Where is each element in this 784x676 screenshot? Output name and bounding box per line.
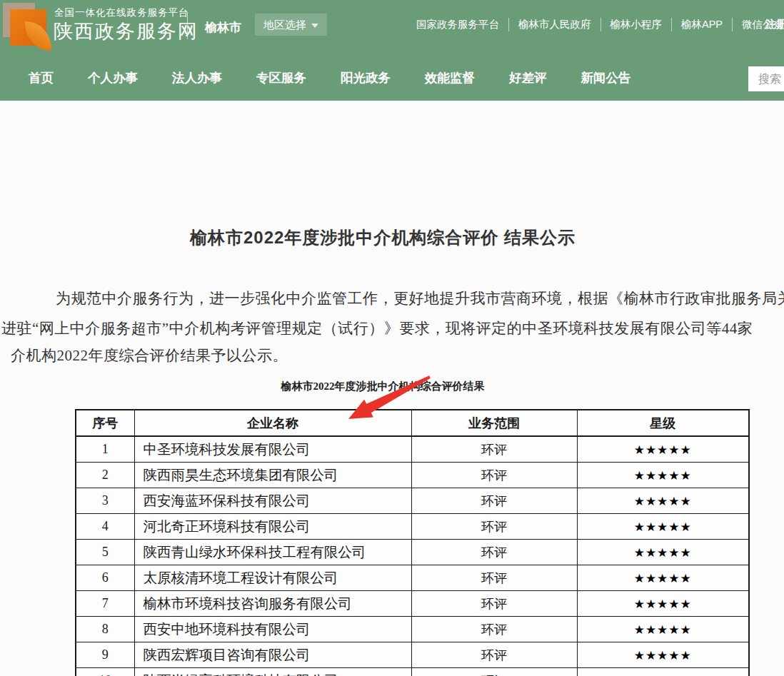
table-row: 5陕西青山绿水环保科技工程有限公司环评★★★★★ (76, 540, 749, 565)
nav-item[interactable]: 好差评 (509, 69, 547, 86)
company-name-cell: 中圣环境科技发展有限公司 (134, 436, 411, 463)
divider (187, 12, 188, 39)
star-rating-cell: ★★★★★ (577, 591, 749, 617)
star-rating-cell: ★★★★ (577, 668, 749, 676)
nav-item[interactable]: 新闻公告 (581, 69, 631, 86)
evaluation-table: 序号企业名称业务范围星级1中圣环境科技发展有限公司环评★★★★★2陕西雨昊生态环… (75, 409, 750, 676)
company-name-cell: 陕西尚绿高科环境科技有限公司 (134, 668, 411, 676)
row-number-cell: 6 (76, 565, 134, 591)
table-row: 8西安中地环境科技有限公司环评★★★★★ (76, 617, 749, 642)
company-name-cell: 陕西宏辉项目咨询有限公司 (134, 642, 411, 668)
business-scope-cell: 环评 (411, 514, 577, 540)
row-number-cell: 2 (76, 463, 134, 488)
paragraph-line: 进驻“网上中介服务超市”中介机构考评管理规定（试行）》要求，现将评定的中圣环境科… (1, 318, 753, 338)
company-name-cell: 陕西青山绿水环保科技工程有限公司 (134, 540, 411, 565)
business-scope-cell: 环评 (411, 668, 577, 676)
leaf-icon (25, 21, 51, 51)
chevron-down-icon (311, 24, 318, 28)
table-row: 7榆林市环境科技咨询服务有限公司环评★★★★★ (76, 591, 749, 617)
nav-item[interactable]: 首页 (29, 69, 54, 86)
company-name-cell: 太原核清环境工程设计有限公司 (134, 565, 411, 591)
row-number-cell: 7 (76, 591, 134, 617)
star-rating-cell: ★★★★★ (577, 540, 749, 565)
company-name-cell: 榆林市环境科技咨询服务有限公司 (134, 591, 411, 617)
company-name-cell: 西安海蓝环保科技有限公司 (134, 488, 411, 514)
search-input[interactable] (748, 66, 784, 91)
region-selector-label: 地区选择 (263, 19, 306, 31)
main-nav: 首页个人办事法人办事专区服务阳光政务效能监督好差评新闻公告 (29, 69, 631, 86)
table-header-row: 序号企业名称业务范围星级 (76, 410, 749, 436)
site-header: 全国一体化在线政务服务平台 陕西政务服务网 榆林市 地区选择 国家政务服务平台榆… (0, 0, 784, 101)
nav-item[interactable]: 专区服务 (256, 69, 306, 86)
paragraph-line: 介机构2022年度综合评价结果予以公示。 (11, 345, 288, 365)
company-name-cell: 河北奇正环境科技有限公司 (134, 514, 411, 540)
star-rating-cell: ★★★★★ (577, 514, 749, 540)
table-row: 9陕西宏辉项目咨询有限公司环评★★★★★ (76, 642, 749, 668)
business-scope-cell: 环评 (411, 463, 577, 488)
page-title: 榆林市2022年度涉批中介机构综合评价 结果公示 (0, 226, 765, 249)
table-row: 2陕西雨昊生态环境集团有限公司环评★★★★★ (76, 463, 749, 488)
star-rating-cell: ★★★★★ (577, 565, 749, 591)
company-name-cell: 西安中地环境科技有限公司 (134, 617, 411, 642)
nav-item[interactable]: 个人办事 (88, 69, 138, 86)
platform-tagline: 全国一体化在线政务服务平台 (54, 6, 189, 19)
register-link[interactable]: 注册 (765, 18, 784, 31)
column-header: 星级 (577, 410, 749, 436)
row-number-cell: 4 (76, 514, 134, 540)
nav-item[interactable]: 阳光政务 (341, 69, 391, 86)
table-row: 10陕西尚绿高科环境科技有限公司环评★★★★ (76, 668, 749, 676)
paragraph-line: 为规范中介服务行为，进一步强化中介监管工作，更好地提升我市营商环境，根据《榆林市… (56, 288, 784, 308)
business-scope-cell: 环评 (411, 565, 577, 591)
row-number-cell: 10 (76, 668, 134, 676)
business-scope-cell: 环评 (411, 436, 577, 463)
header-links: 国家政务服务平台榆林市人民政府榆林小程序榆林APP微信公众号 (407, 18, 784, 31)
table-row: 3西安海蓝环保科技有限公司环评★★★★★ (76, 488, 749, 514)
row-number-cell: 1 (76, 436, 134, 463)
business-scope-cell: 环评 (411, 540, 577, 565)
header-link[interactable]: 榆林APP (672, 18, 733, 31)
row-number-cell: 5 (76, 540, 134, 565)
business-scope-cell: 环评 (411, 617, 577, 642)
site-logo-icon (10, 9, 46, 46)
current-city-label: 榆林市 (205, 19, 241, 36)
column-header: 业务范围 (411, 410, 577, 436)
article-content: 榆林市2022年度涉批中介机构综合评价 结果公示 为规范中介服务行为，进一步强化… (0, 101, 784, 676)
table-row: 4河北奇正环境科技有限公司环评★★★★★ (76, 514, 749, 540)
evaluation-table-body: 序号企业名称业务范围星级1中圣环境科技发展有限公司环评★★★★★2陕西雨昊生态环… (76, 410, 749, 676)
star-rating-cell: ★★★★★ (577, 436, 749, 463)
business-scope-cell: 环评 (411, 591, 577, 617)
table-row: 6太原核清环境工程设计有限公司环评★★★★★ (76, 565, 749, 591)
row-number-cell: 9 (76, 642, 134, 668)
table-row: 1中圣环境科技发展有限公司环评★★★★★ (76, 436, 749, 463)
column-header: 序号 (76, 410, 134, 436)
star-rating-cell: ★★★★★ (577, 463, 749, 488)
header-link[interactable]: 榆林小程序 (601, 18, 673, 31)
row-number-cell: 3 (76, 488, 134, 514)
header-link[interactable]: 榆林市人民政府 (509, 18, 601, 31)
nav-item[interactable]: 效能监督 (425, 69, 475, 86)
table-caption: 榆林市2022年度涉批中介机构综合评价结果 (0, 380, 765, 393)
star-rating-cell: ★★★★★ (577, 617, 749, 642)
column-header: 企业名称 (134, 410, 411, 436)
business-scope-cell: 环评 (411, 642, 577, 668)
business-scope-cell: 环评 (411, 488, 577, 514)
header-link[interactable]: 国家政务服务平台 (407, 18, 509, 31)
site-name: 陕西政务服务网 (54, 19, 198, 44)
nav-item[interactable]: 法人办事 (172, 69, 222, 86)
star-rating-cell: ★★★★★ (577, 642, 749, 668)
star-rating-cell: ★★★★★ (577, 488, 749, 514)
company-name-cell: 陕西雨昊生态环境集团有限公司 (134, 463, 411, 488)
row-number-cell: 8 (76, 617, 134, 642)
region-selector-button[interactable]: 地区选择 (255, 14, 327, 36)
